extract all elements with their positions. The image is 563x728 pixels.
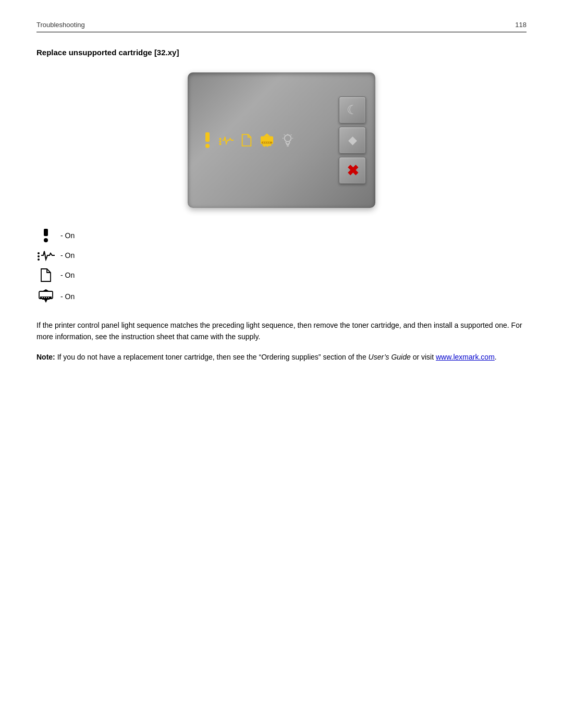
svg-line-22 (284, 134, 285, 135)
svg-marker-8 (266, 146, 268, 147)
legend-exclamation-label: - On (60, 231, 75, 240)
page-number: 118 (515, 21, 527, 29)
moon-icon: ☾ (347, 103, 358, 117)
note-guide: User’s Guide (369, 353, 411, 361)
legend-toner-label: - On (60, 292, 75, 301)
page-header: Troubleshooting 118 (36, 21, 527, 32)
svg-point-33 (46, 297, 47, 298)
panel-document-icon (241, 133, 252, 147)
panel-toner-icon (260, 133, 274, 147)
svg-point-26 (38, 255, 40, 257)
legend-item-exclamation: - On (36, 229, 527, 242)
legend-document-icon (36, 268, 55, 282)
svg-point-1 (205, 144, 210, 148)
svg-point-4 (219, 143, 221, 145)
svg-point-31 (42, 297, 43, 298)
svg-point-25 (38, 252, 40, 254)
legend-item-toner: - On (36, 289, 527, 304)
note-suffix: or visit (411, 353, 436, 361)
legend-supply-label: - On (60, 251, 75, 260)
section-title: Replace unsupported cartridge [32.xy] (36, 48, 527, 57)
start-button[interactable]: ◆ (339, 127, 366, 154)
svg-point-11 (263, 142, 264, 143)
main-description: If the printer control panel light seque… (36, 319, 527, 343)
svg-point-24 (44, 238, 48, 242)
svg-point-34 (48, 297, 49, 298)
svg-point-13 (267, 142, 268, 143)
note-body: If you do not have a replacement toner c… (55, 353, 369, 361)
svg-point-27 (38, 258, 40, 261)
note-prefix: Note: (36, 353, 55, 361)
page: Troubleshooting 118 Replace unsupported … (0, 0, 563, 394)
diamond-icon: ◆ (348, 133, 357, 147)
note-text: Note: If you do not have a replacement t… (36, 351, 527, 363)
panel-buttons: ☾ ◆ ✖ (339, 96, 366, 184)
svg-rect-0 (205, 132, 210, 142)
legend-supply-icon (36, 250, 55, 261)
legend-document-label: - On (60, 271, 75, 279)
svg-rect-36 (42, 299, 50, 300)
svg-point-32 (44, 297, 45, 298)
header-title: Troubleshooting (36, 21, 85, 29)
legend-item-document: - On (36, 268, 527, 282)
svg-marker-29 (42, 289, 50, 291)
svg-marker-7 (264, 146, 266, 147)
svg-point-3 (219, 140, 221, 142)
legend-exclamation-icon (36, 229, 55, 242)
legend-toner-icon (36, 289, 55, 304)
sleep-button[interactable]: ☾ (339, 96, 366, 124)
panel-supply-status-icon (219, 134, 234, 146)
svg-point-2 (219, 138, 221, 140)
panel-bulb-icon (282, 133, 294, 147)
svg-marker-9 (264, 133, 271, 137)
panel-icons-row (203, 132, 294, 148)
svg-rect-6 (263, 144, 272, 146)
lexmark-link[interactable]: www.lexmark.com (436, 353, 495, 361)
printer-panel: ☾ ◆ ✖ (188, 72, 375, 208)
cancel-button[interactable]: ✖ (339, 157, 366, 184)
svg-point-14 (269, 142, 270, 143)
printer-panel-container: ☾ ◆ ✖ (36, 72, 527, 208)
svg-point-12 (265, 142, 266, 143)
note-end: . (495, 353, 497, 361)
legend: - On - On - On (36, 229, 527, 304)
svg-line-21 (291, 134, 291, 135)
svg-point-15 (285, 135, 291, 142)
legend-item-supply: - On (36, 250, 527, 261)
x-icon: ✖ (347, 162, 359, 179)
svg-rect-23 (44, 229, 48, 236)
panel-exclamation-icon (203, 132, 212, 148)
